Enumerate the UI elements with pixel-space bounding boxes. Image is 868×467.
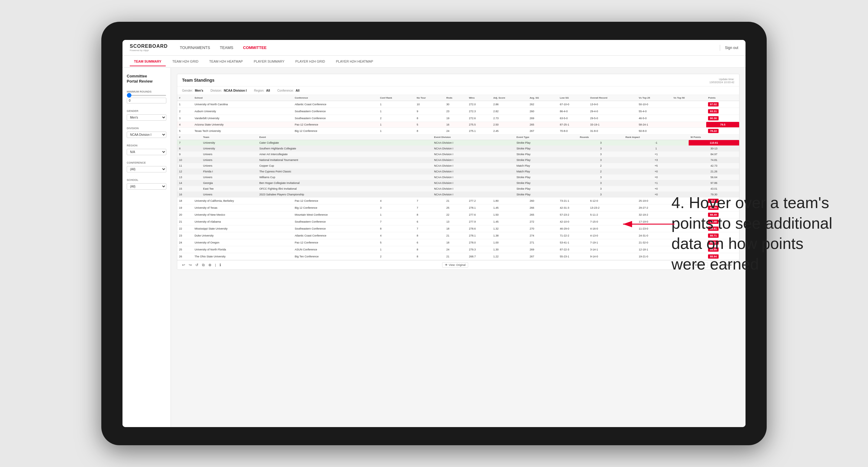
filter-gender: Gender: Men's xyxy=(182,89,203,92)
cell-rnds: 30 xyxy=(444,101,467,108)
cell-low-sg: 67-10-0 xyxy=(558,101,588,108)
region-select[interactable]: N/A All East West xyxy=(127,149,166,155)
gender-select[interactable]: Men's Women's xyxy=(127,114,166,121)
tablet-screen: SCOREBOARD Powered by clippi TOURNAMENTS… xyxy=(123,40,745,427)
cell-overall: 13-9-0 xyxy=(588,101,637,108)
col-conf-rank: Conf Rank xyxy=(378,95,415,101)
cell-overall: 29-5-0 xyxy=(588,115,637,122)
table-row-highlighted[interactable]: 4 Arizona State University Pac-12 Confer… xyxy=(177,122,739,128)
table-row[interactable]: 2 Auburn University Southeastern Confere… xyxy=(177,108,739,115)
cell-overall: 31-8-0 xyxy=(588,128,637,134)
sidebar-gender: Gender Men's Women's xyxy=(127,110,166,121)
view-label: View: Original xyxy=(449,263,465,267)
conference-select[interactable]: (All) Atlantic Coast Conference Big 12 C… xyxy=(127,166,166,173)
reset-icon[interactable]: ↺ xyxy=(195,263,198,267)
table-row[interactable]: 18University of California, BerkeleyPac-… xyxy=(177,197,739,205)
min-rounds-slider-container xyxy=(127,95,166,96)
cell-conf-rank: 1 xyxy=(378,128,415,134)
cell-conf-rank: 1 xyxy=(378,108,415,115)
division-select[interactable]: NCAA Division I NCAA Division II NCAA Di… xyxy=(127,131,166,138)
filter-division: Division: NCAA Division I xyxy=(211,89,247,92)
col-vs-top50: Vs Top 50 xyxy=(672,95,707,101)
table-row[interactable]: 19University of TexasBig 12 Conference37… xyxy=(177,205,739,211)
cell-conference: Southeastern Conference xyxy=(293,115,378,122)
filter-conference-label: Conference: xyxy=(277,89,294,92)
nav-right: Sign out xyxy=(720,45,738,51)
table-row[interactable]: 22Mississippi State UniversitySoutheaste… xyxy=(177,225,739,232)
redo-icon[interactable]: ↪ xyxy=(189,263,192,267)
sidebar: CommitteePortal Review Minimum Rounds Ge… xyxy=(123,68,171,427)
cell-no-tour: 5 xyxy=(415,122,444,128)
tab-team-h2h-grid[interactable]: TEAM H2H GRID xyxy=(168,57,203,66)
table-row[interactable]: 25University of North FloridaASUN Confer… xyxy=(177,246,739,253)
toolbar-left: ↩ ↪ ↺ ⧉ ⊕ | ℹ xyxy=(182,263,221,267)
conference-label: Conference xyxy=(127,161,166,164)
cell-vs50 xyxy=(672,108,707,115)
cell-avg-sg: 269 xyxy=(528,115,558,122)
cell-school: University of North Carolina xyxy=(193,101,293,108)
filter-region: Region: All xyxy=(254,89,270,92)
cell-points[interactable]: 90.30 xyxy=(706,115,739,122)
cell-low-sg: 63-5-0 xyxy=(558,115,588,122)
col-no-tour: No Tour xyxy=(415,95,444,101)
cell-vs25: 50-10-0 xyxy=(637,101,672,108)
table-row[interactable]: 20University of New MexicoMountain West … xyxy=(177,211,739,218)
cell-points-highlighted[interactable]: 79.5 xyxy=(706,122,739,128)
min-rounds-label: Minimum Rounds xyxy=(127,90,166,93)
nav-item-tournaments[interactable]: TOURNAMENTS xyxy=(180,44,210,51)
cell-points[interactable]: 93.31 xyxy=(706,108,739,115)
col-rank: # xyxy=(177,95,193,101)
cell-no-tour: 8 xyxy=(415,128,444,134)
filter-region-value: All xyxy=(266,89,270,92)
info-icon[interactable]: ℹ xyxy=(220,263,221,267)
logo-text: SCOREBOARD xyxy=(130,43,168,49)
cell-vs50 xyxy=(672,122,707,128)
standings-header: Team Standings Update time: 13/03/2024 1… xyxy=(177,74,739,87)
table-row[interactable]: 5 Texas Tech University Big 12 Conferenc… xyxy=(177,128,739,134)
filter-division-value: NCAA Division I xyxy=(224,89,247,92)
undo-icon[interactable]: ↩ xyxy=(182,263,185,267)
sidebar-min-rounds: Minimum Rounds xyxy=(127,90,166,103)
cell-rnds: 24 xyxy=(444,128,467,134)
filter-row: Gender: Men's Division: NCAA Division I … xyxy=(177,87,739,95)
table-row[interactable]: 21University of AlabamaSoutheastern Conf… xyxy=(177,218,739,225)
col-conference: Conference xyxy=(293,95,378,101)
min-rounds-slider[interactable] xyxy=(127,95,166,96)
cell-school: Vanderbilt University xyxy=(193,115,293,122)
nav-bar: SCOREBOARD Powered by clippi TOURNAMENTS… xyxy=(123,40,745,56)
toolbar-center: 👁 View: Original xyxy=(442,262,468,268)
tab-player-h2h-heatmap[interactable]: PLAYER H2H HEATMAP xyxy=(332,57,377,66)
table-row[interactable]: 23Duke UniversityAtlantic Coast Conferen… xyxy=(177,232,739,239)
cell-points[interactable]: 97.02 xyxy=(706,101,739,108)
table-row[interactable]: 26The Ohio State UniversityBig Ten Confe… xyxy=(177,253,739,260)
nav-item-teams[interactable]: TEAMS xyxy=(220,44,234,51)
view-button[interactable]: 👁 View: Original xyxy=(442,262,468,268)
cell-rank: 3 xyxy=(177,115,193,122)
table-row[interactable]: 24University of OregonPac-12 Conference5… xyxy=(177,239,739,246)
tab-team-h2h-heatmap[interactable]: TEAM H2H HEATMAP xyxy=(205,57,247,66)
cell-conference: Pac-12 Conference xyxy=(293,122,378,128)
right-panel: Team Standings Update time: 13/03/2024 1… xyxy=(171,68,745,427)
table-row[interactable]: 3 Vanderbilt University Southeastern Con… xyxy=(177,115,739,122)
col-overall-record: Overall Record xyxy=(588,95,637,101)
cell-adj-score: 2.45 xyxy=(492,128,528,134)
school-select[interactable]: (All) xyxy=(127,183,166,190)
cell-points[interactable]: 78.22 xyxy=(706,128,739,134)
tab-team-summary[interactable]: TEAM SUMMARY xyxy=(130,57,166,66)
min-rounds-input[interactable] xyxy=(127,98,166,103)
logo-area: SCOREBOARD Powered by clippi xyxy=(130,43,168,52)
table-row[interactable]: 1 University of North Carolina Atlantic … xyxy=(177,101,739,108)
cell-no-tour: 9 xyxy=(415,108,444,115)
paste-icon[interactable]: ⊕ xyxy=(208,263,211,267)
sign-out-link[interactable]: Sign out xyxy=(725,46,738,50)
copy-icon[interactable]: ⧉ xyxy=(202,263,205,267)
tab-player-h2h-grid[interactable]: PLAYER H2H GRID xyxy=(291,57,329,66)
table-header-row: # School Conference Conf Rank No Tour Rn… xyxy=(177,95,739,101)
nav-item-committee[interactable]: COMMITTEE xyxy=(243,44,267,51)
cell-rnds: 16 xyxy=(444,122,467,128)
tooltip-section-header: # Team Event Event Division Event Type R… xyxy=(177,134,739,198)
tab-player-summary[interactable]: PLAYER SUMMARY xyxy=(249,57,289,66)
filter-region-label: Region: xyxy=(254,89,264,92)
region-label: Region xyxy=(127,144,166,147)
division-label: Division xyxy=(127,127,166,130)
